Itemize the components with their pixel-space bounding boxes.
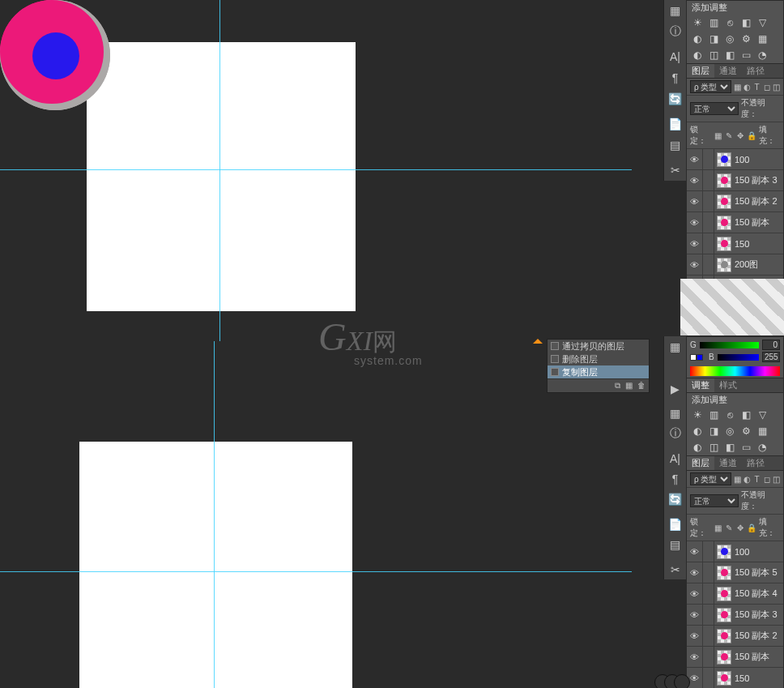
- layer-visibility-toggle[interactable]: 👁: [687, 647, 703, 667]
- layer-visibility-toggle[interactable]: 👁: [687, 170, 703, 190]
- layer-name-label[interactable]: 150 副本 2: [735, 630, 778, 642]
- layer-thumbnail[interactable]: [717, 650, 731, 664]
- filter-shape-icon[interactable]: ◻: [763, 82, 770, 92]
- layer-thumbnail[interactable]: [717, 629, 731, 643]
- layer-visibility-toggle[interactable]: 👁: [687, 254, 703, 275]
- lock-all-icon[interactable]: 🔒: [747, 130, 756, 140]
- curves-icon[interactable]: ⎋: [724, 409, 735, 421]
- posterize-icon[interactable]: ◫: [708, 49, 719, 61]
- layer-row[interactable]: 👁150 副本 2: [687, 191, 783, 212]
- brightness-icon[interactable]: ☀: [692, 17, 703, 28]
- info-icon[interactable]: ⓘ: [664, 424, 686, 444]
- play-icon[interactable]: ▶: [664, 378, 686, 399]
- layer-row[interactable]: 👁150 副本 3: [687, 170, 783, 191]
- layer-row[interactable]: 👁200图: [687, 254, 783, 276]
- layer-visibility-toggle[interactable]: 👁: [687, 541, 703, 562]
- vibrance-icon[interactable]: ▽: [756, 409, 768, 421]
- swatches-icon[interactable]: 🔄: [664, 88, 686, 109]
- filter-adjust-icon[interactable]: ◐: [744, 474, 751, 484]
- character-icon[interactable]: A|: [664, 448, 686, 468]
- histogram-icon[interactable]: ▦: [664, 336, 686, 357]
- hue-icon[interactable]: ◐: [692, 425, 703, 437]
- gradient-map-icon[interactable]: ▭: [740, 49, 752, 61]
- layer-thumbnail[interactable]: [717, 258, 731, 272]
- ctxmenu-duplicate-layer[interactable]: 复制图层: [548, 365, 649, 378]
- lock-transparency-icon[interactable]: ▦: [714, 523, 722, 532]
- ctxmenu-foot-icon[interactable]: 🗑: [637, 381, 646, 391]
- layers-icon[interactable]: ▤: [664, 135, 686, 156]
- blend-mode-select[interactable]: 正常: [690, 102, 739, 115]
- layer-visibility-toggle[interactable]: 👁: [687, 233, 703, 254]
- canvas-document-bottom[interactable]: [79, 442, 352, 688]
- invert-icon[interactable]: ◐: [692, 49, 703, 61]
- tab-channels[interactable]: 通道: [714, 456, 742, 470]
- layer-name-label[interactable]: 100: [735, 155, 749, 165]
- layer-name-label[interactable]: 150 副本 5: [735, 566, 778, 579]
- layer-row[interactable]: 👁150 副本 4: [687, 583, 783, 605]
- exposure-icon[interactable]: ◧: [740, 409, 752, 421]
- layer-visibility-toggle[interactable]: 👁: [687, 562, 703, 583]
- histogram-icon[interactable]: ▦: [664, 0, 686, 21]
- gradient-map-icon[interactable]: ▭: [740, 442, 752, 453]
- layer-row[interactable]: 👁100: [687, 541, 783, 562]
- layer-name-label[interactable]: 200图: [735, 259, 758, 271]
- actions-icon[interactable]: ✂: [664, 559, 686, 579]
- channel-mixer-icon[interactable]: ⚙: [740, 33, 752, 45]
- filter-text-icon[interactable]: T: [753, 82, 761, 92]
- layer-thumbnail[interactable]: [717, 152, 731, 167]
- b-slider[interactable]: [718, 354, 759, 361]
- tool-preset-icon[interactable]: 📄: [664, 113, 686, 135]
- g-value[interactable]: 0: [762, 340, 780, 350]
- layer-name-label[interactable]: 150 副本: [735, 216, 769, 229]
- threshold-icon[interactable]: ◧: [724, 442, 735, 453]
- layer-row[interactable]: 👁150 副本: [687, 647, 783, 668]
- tab-paths[interactable]: 路径: [742, 64, 769, 78]
- hue-icon[interactable]: ◐: [692, 33, 703, 45]
- filter-shape-icon[interactable]: ◻: [763, 474, 770, 484]
- layer-visibility-toggle[interactable]: 👁: [687, 605, 703, 625]
- blend-mode-select[interactable]: 正常: [690, 494, 739, 507]
- b-value[interactable]: 255: [762, 352, 780, 362]
- filter-type-select[interactable]: ρ 类型: [690, 80, 731, 93]
- actions-icon[interactable]: ✂: [664, 160, 686, 181]
- layer-name-label[interactable]: 150 副本 2: [735, 195, 778, 207]
- lock-all-icon[interactable]: 🔒: [747, 523, 756, 532]
- channel-mixer-icon[interactable]: ⚙: [740, 425, 752, 437]
- character-icon[interactable]: A|: [664, 46, 686, 67]
- filter-type-select[interactable]: ρ 类型: [690, 472, 731, 485]
- tab-channels[interactable]: 通道: [714, 64, 742, 78]
- layer-thumbnail[interactable]: [717, 587, 731, 601]
- tool-preset-icon[interactable]: 📄: [664, 514, 686, 534]
- filter-pixel-icon[interactable]: ▦: [734, 82, 741, 92]
- tab-style[interactable]: 样式: [714, 378, 742, 392]
- layer-visibility-toggle[interactable]: 👁: [687, 626, 703, 646]
- filter-smart-icon[interactable]: ◫: [773, 474, 780, 484]
- layer-thumbnail[interactable]: [717, 566, 731, 580]
- layer-name-label[interactable]: 150 副本 3: [735, 609, 778, 621]
- filter-adjust-icon[interactable]: ◐: [744, 82, 751, 92]
- filter-pixel-icon[interactable]: ▦: [734, 474, 741, 484]
- layer-row[interactable]: 👁100: [687, 149, 783, 170]
- tab-layers[interactable]: 图层: [687, 64, 714, 78]
- layer-row[interactable]: 👁150 副本 5: [687, 562, 783, 583]
- vibrance-icon[interactable]: ▽: [756, 17, 768, 28]
- posterize-icon[interactable]: ◫: [708, 442, 719, 453]
- layer-row[interactable]: 👁150 副本 3: [687, 605, 783, 626]
- color-swatch-icon[interactable]: [690, 354, 703, 361]
- layer-visibility-toggle[interactable]: 👁: [687, 149, 703, 169]
- layer-name-label[interactable]: 150: [735, 239, 749, 249]
- ctxmenu-delete-layer[interactable]: 删除图层: [548, 353, 649, 365]
- layer-thumbnail[interactable]: [717, 194, 731, 209]
- tab-paths[interactable]: 路径: [742, 456, 769, 470]
- filter-smart-icon[interactable]: ◫: [773, 82, 780, 92]
- layer-visibility-toggle[interactable]: 👁: [687, 212, 703, 233]
- lock-paint-icon[interactable]: ✎: [725, 523, 734, 532]
- layer-thumbnail[interactable]: [717, 545, 731, 559]
- layer-thumbnail[interactable]: [717, 237, 731, 251]
- color-spectrum[interactable]: [690, 366, 780, 376]
- invert-icon[interactable]: ◐: [692, 442, 703, 453]
- layer-name-label[interactable]: 150 副本: [735, 651, 769, 663]
- exposure-icon[interactable]: ◧: [740, 17, 752, 28]
- ctxmenu-foot-icon[interactable]: ⧉: [615, 381, 620, 391]
- lock-position-icon[interactable]: ✥: [735, 523, 744, 532]
